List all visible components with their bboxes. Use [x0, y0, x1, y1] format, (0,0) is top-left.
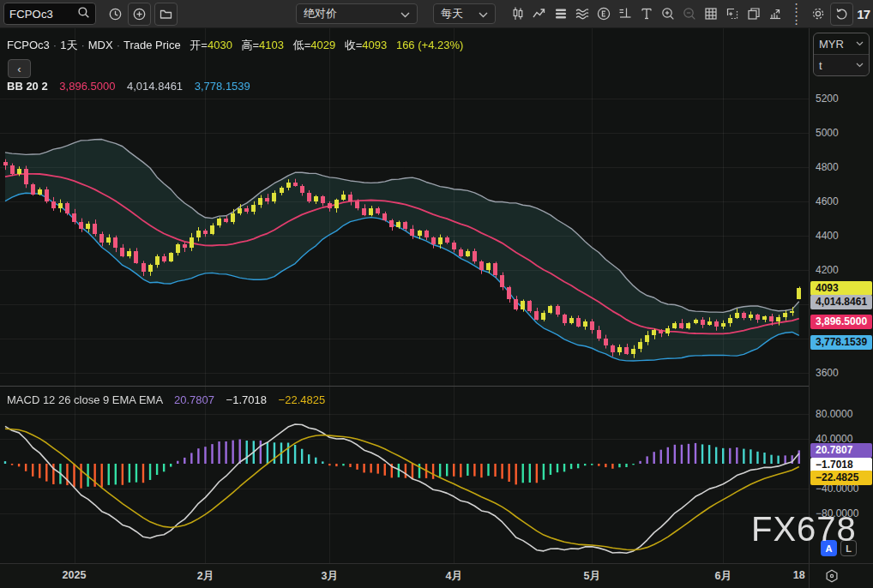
magnifier-icon	[77, 6, 90, 22]
price-axis-panel[interactable]: MYR t A L 520050004800460044004200360080…	[809, 28, 873, 563]
macd-tick-label: −80.0000	[816, 507, 858, 519]
text-tool-icon[interactable]	[635, 3, 657, 25]
time-axis[interactable]: 20252月3月4月5月6月18	[0, 563, 873, 588]
pane-divider[interactable]	[0, 386, 809, 387]
scale-buttons: A L	[821, 540, 857, 556]
time-axis-label[interactable]: 5月	[584, 569, 600, 584]
legend-exchange: MDX	[88, 39, 113, 51]
chart-area: FCPOc3·1天·MDX·Trade Price 开=4030 高=4103 …	[0, 28, 809, 563]
macd-label-chip: 20.7807	[810, 443, 872, 458]
copy-icon[interactable]	[743, 3, 764, 25]
axis-settings-icon[interactable]	[822, 567, 842, 585]
currency-value: MYR	[819, 38, 856, 51]
line-chart-icon[interactable]	[528, 3, 550, 25]
snapshot-icon[interactable]	[721, 3, 743, 25]
symbol-search-input[interactable]: FCPOc3	[3, 3, 96, 25]
price-label-chip: 3,778.1539	[810, 335, 872, 350]
chart-canvas[interactable]	[0, 28, 809, 563]
price-mode-value: 绝对价	[304, 6, 400, 21]
price-label-chip: 4093	[810, 281, 872, 296]
grid-layout-icon[interactable]	[700, 3, 721, 25]
price-tick-label: 4400	[816, 230, 839, 242]
publish-chart-icon[interactable]	[764, 3, 786, 25]
collapse-legend-button[interactable]: ‹	[8, 59, 31, 78]
waves-icon[interactable]	[571, 3, 593, 25]
legend-close: 4093	[362, 39, 387, 51]
layers-icon[interactable]	[550, 3, 571, 25]
unit-value: t	[819, 59, 856, 72]
time-axis-label[interactable]: 3月	[322, 569, 338, 584]
bb-title: BB 20 2	[7, 80, 48, 93]
bb-basis-value: 3,896.5000	[59, 80, 115, 93]
macd-legend: MACD 12 26 close 9 EMA EMA 20.7807 −1.70…	[7, 393, 325, 406]
chevron-down-icon	[400, 8, 410, 21]
time-axis-label[interactable]: 2月	[197, 569, 214, 584]
axis-separator	[809, 564, 810, 588]
macd-title: MACD 12 26 close 9 EMA EMA	[7, 393, 162, 406]
chevron-down-icon	[479, 8, 488, 21]
time-axis-label[interactable]: 4月	[446, 569, 462, 584]
price-tick-label: 4800	[816, 161, 839, 173]
macd-label-chip: −22.4825	[810, 471, 872, 485]
price-mode-dropdown[interactable]: 绝对价	[296, 3, 418, 24]
auto-scale-button[interactable]: A	[821, 540, 837, 556]
candlestick-style-icon[interactable]	[507, 3, 528, 25]
trading-chart-app: FCPOc3 绝对价 每天	[0, 0, 873, 588]
alert-icon[interactable]	[614, 3, 635, 25]
bb-legend: BB 20 2 3,896.5000 4,014.8461 3,778.1539	[7, 80, 250, 93]
macd-signal-value: −22.4825	[279, 393, 326, 406]
settings-gear-icon[interactable]	[807, 3, 828, 25]
zoom-out-icon	[678, 3, 700, 25]
bb-lower-value: 3,778.1539	[195, 80, 250, 93]
folder-icon[interactable]	[154, 3, 178, 26]
circled-e-icon[interactable]	[593, 3, 614, 25]
top-toolbar: FCPOc3 绝对价 每天	[0, 0, 873, 28]
price-tick-label: 5200	[816, 93, 839, 105]
currency-dropdown[interactable]: MYR	[814, 33, 869, 54]
plus-circle-icon[interactable]	[128, 3, 151, 26]
macd-line-value: −1.7018	[226, 393, 267, 406]
clock-icon[interactable]	[105, 3, 126, 25]
undo-icon[interactable]	[830, 3, 853, 26]
price-tick-label: 3600	[816, 367, 839, 379]
legend-high: 4103	[259, 39, 284, 51]
time-axis-label[interactable]: 18	[793, 569, 805, 581]
time-axis-label[interactable]: 2025	[63, 569, 87, 581]
axis-unit-selector: MYR t	[813, 33, 870, 76]
zoom-in-icon[interactable]	[657, 3, 678, 25]
price-label-chip: 4,014.8461	[810, 295, 872, 309]
symbol-search-value: FCPOc3	[9, 8, 77, 21]
macd-hist-value: 20.7807	[174, 393, 214, 406]
unit-dropdown[interactable]: t	[814, 54, 869, 75]
price-tick-label: 4600	[816, 195, 839, 207]
log-scale-button[interactable]: L	[840, 540, 857, 556]
symbol-legend: FCPOc3·1天·MDX·Trade Price 开=4030 高=4103 …	[7, 38, 463, 53]
chevron-down-icon	[856, 41, 864, 46]
legend-series: Trade Price	[123, 39, 181, 51]
legend-open: 4030	[208, 39, 232, 51]
price-tick-label: 5000	[816, 127, 839, 139]
legend-interval: 1天	[60, 39, 77, 51]
legend-symbol: FCPOc3	[7, 39, 50, 51]
macd-tick-label: 80.0000	[816, 408, 852, 420]
more-options-icon[interactable]: ⋮⋮	[786, 3, 807, 25]
chevron-down-icon	[856, 63, 864, 68]
legend-change: 166 (+4.23%)	[396, 39, 463, 51]
price-label-chip: 3,896.5000	[810, 315, 872, 329]
interval-value: 每天	[441, 6, 479, 21]
bb-upper-value: 4,014.8461	[127, 80, 183, 93]
tradingview-logo[interactable]: 17	[857, 7, 870, 21]
interval-dropdown[interactable]: 每天	[433, 3, 496, 24]
legend-low: 4029	[310, 39, 335, 51]
time-axis-label[interactable]: 6月	[714, 569, 731, 584]
price-tick-label: 4200	[816, 264, 839, 276]
